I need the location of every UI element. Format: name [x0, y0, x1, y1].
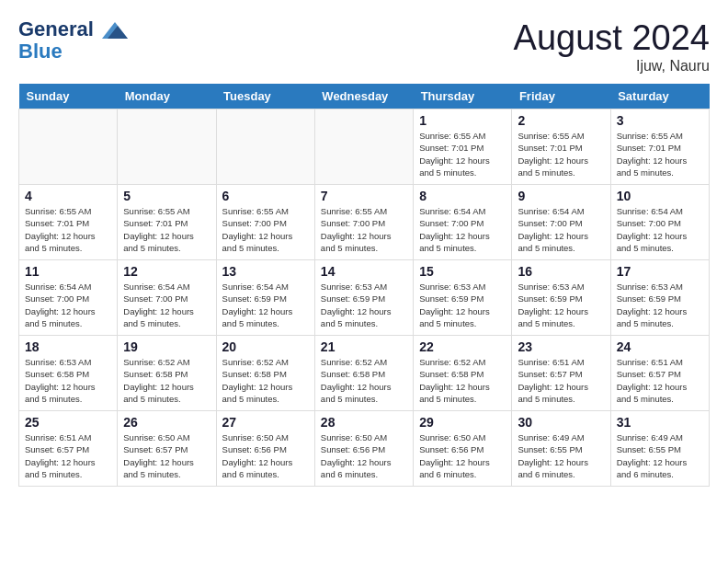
- day-info: Sunrise: 6:52 AM Sunset: 6:58 PM Dayligh…: [123, 356, 210, 405]
- calendar-cell: 15Sunrise: 6:53 AM Sunset: 6:59 PM Dayli…: [414, 260, 512, 336]
- location: Ijuw, Nauru: [514, 58, 710, 75]
- calendar-cell: 23Sunrise: 6:51 AM Sunset: 6:57 PM Dayli…: [512, 336, 610, 411]
- calendar-cell: 4Sunrise: 6:55 AM Sunset: 7:01 PM Daylig…: [19, 185, 118, 260]
- day-info: Sunrise: 6:52 AM Sunset: 6:58 PM Dayligh…: [321, 356, 407, 405]
- weekday-header-tuesday: Tuesday: [216, 84, 314, 109]
- day-number: 2: [518, 113, 604, 128]
- calendar-cell: 28Sunrise: 6:50 AM Sunset: 6:56 PM Dayli…: [314, 411, 413, 487]
- day-number: 4: [25, 189, 111, 203]
- calendar-cell: [216, 109, 314, 185]
- day-number: 15: [419, 264, 506, 279]
- calendar-cell: 1Sunrise: 6:55 AM Sunset: 7:01 PM Daylig…: [414, 109, 512, 185]
- calendar-cell: 24Sunrise: 6:51 AM Sunset: 6:57 PM Dayli…: [610, 336, 709, 411]
- calendar-cell: 7Sunrise: 6:55 AM Sunset: 7:00 PM Daylig…: [314, 185, 413, 260]
- day-info: Sunrise: 6:54 AM Sunset: 7:00 PM Dayligh…: [518, 205, 604, 254]
- calendar-cell: 14Sunrise: 6:53 AM Sunset: 6:59 PM Dayli…: [314, 260, 413, 336]
- day-number: 3: [617, 113, 703, 128]
- day-number: 8: [419, 189, 506, 203]
- day-info: Sunrise: 6:55 AM Sunset: 7:00 PM Dayligh…: [222, 205, 309, 254]
- day-info: Sunrise: 6:53 AM Sunset: 6:59 PM Dayligh…: [321, 281, 407, 329]
- day-number: 27: [222, 415, 309, 430]
- logo-text: General: [18, 18, 128, 40]
- weekday-header-monday: Monday: [118, 84, 216, 109]
- day-number: 18: [25, 339, 111, 354]
- day-info: Sunrise: 6:54 AM Sunset: 7:00 PM Dayligh…: [25, 281, 111, 329]
- day-number: 10: [617, 189, 703, 203]
- logo: General Blue: [18, 18, 128, 63]
- calendar-cell: 18Sunrise: 6:53 AM Sunset: 6:58 PM Dayli…: [19, 336, 118, 411]
- calendar-cell: 19Sunrise: 6:52 AM Sunset: 6:58 PM Dayli…: [118, 336, 216, 411]
- calendar-cell: 10Sunrise: 6:54 AM Sunset: 7:00 PM Dayli…: [610, 185, 709, 260]
- calendar-cell: 5Sunrise: 6:55 AM Sunset: 7:01 PM Daylig…: [118, 185, 216, 260]
- day-info: Sunrise: 6:49 AM Sunset: 6:55 PM Dayligh…: [518, 431, 604, 480]
- day-number: 24: [617, 339, 703, 354]
- day-number: 1: [419, 113, 506, 128]
- day-number: 19: [123, 339, 210, 354]
- day-info: Sunrise: 6:53 AM Sunset: 6:59 PM Dayligh…: [419, 281, 506, 329]
- day-number: 13: [222, 264, 309, 279]
- calendar-cell: 27Sunrise: 6:50 AM Sunset: 6:56 PM Dayli…: [216, 411, 314, 487]
- calendar-cell: 3Sunrise: 6:55 AM Sunset: 7:01 PM Daylig…: [610, 109, 709, 185]
- day-info: Sunrise: 6:55 AM Sunset: 7:00 PM Dayligh…: [321, 205, 407, 254]
- day-info: Sunrise: 6:51 AM Sunset: 6:57 PM Dayligh…: [617, 356, 703, 405]
- title-area: August 2024 Ijuw, Nauru: [514, 18, 710, 75]
- day-info: Sunrise: 6:49 AM Sunset: 6:55 PM Dayligh…: [617, 431, 703, 480]
- calendar-cell: 16Sunrise: 6:53 AM Sunset: 6:59 PM Dayli…: [512, 260, 610, 336]
- day-number: 26: [123, 415, 210, 430]
- day-info: Sunrise: 6:50 AM Sunset: 6:57 PM Dayligh…: [123, 431, 210, 480]
- day-number: 11: [25, 264, 111, 279]
- weekday-header-row: SundayMondayTuesdayWednesdayThursdayFrid…: [19, 84, 710, 109]
- day-number: 23: [518, 339, 604, 354]
- day-number: 17: [617, 264, 703, 279]
- calendar-cell: 2Sunrise: 6:55 AM Sunset: 7:01 PM Daylig…: [512, 109, 610, 185]
- day-info: Sunrise: 6:52 AM Sunset: 6:58 PM Dayligh…: [419, 356, 506, 405]
- page-header: General Blue August 2024 Ijuw, Nauru: [18, 18, 710, 75]
- day-number: 7: [321, 189, 407, 203]
- day-info: Sunrise: 6:54 AM Sunset: 7:00 PM Dayligh…: [419, 205, 506, 254]
- day-number: 31: [617, 415, 703, 430]
- day-info: Sunrise: 6:54 AM Sunset: 7:00 PM Dayligh…: [123, 281, 210, 329]
- day-info: Sunrise: 6:54 AM Sunset: 6:59 PM Dayligh…: [222, 281, 309, 329]
- day-info: Sunrise: 6:50 AM Sunset: 6:56 PM Dayligh…: [321, 431, 407, 480]
- calendar-cell: 17Sunrise: 6:53 AM Sunset: 6:59 PM Dayli…: [610, 260, 709, 336]
- calendar-cell: 11Sunrise: 6:54 AM Sunset: 7:00 PM Dayli…: [19, 260, 118, 336]
- week-row-1: 1Sunrise: 6:55 AM Sunset: 7:01 PM Daylig…: [19, 109, 710, 185]
- day-info: Sunrise: 6:55 AM Sunset: 7:01 PM Dayligh…: [25, 205, 111, 254]
- day-info: Sunrise: 6:55 AM Sunset: 7:01 PM Dayligh…: [617, 130, 703, 178]
- calendar-cell: 9Sunrise: 6:54 AM Sunset: 7:00 PM Daylig…: [512, 185, 610, 260]
- calendar-cell: 22Sunrise: 6:52 AM Sunset: 6:58 PM Dayli…: [414, 336, 512, 411]
- day-info: Sunrise: 6:55 AM Sunset: 7:01 PM Dayligh…: [518, 130, 604, 178]
- day-info: Sunrise: 6:53 AM Sunset: 6:59 PM Dayligh…: [617, 281, 703, 329]
- day-number: 22: [419, 339, 506, 354]
- week-row-2: 4Sunrise: 6:55 AM Sunset: 7:01 PM Daylig…: [19, 185, 710, 260]
- week-row-3: 11Sunrise: 6:54 AM Sunset: 7:00 PM Dayli…: [19, 260, 710, 336]
- day-info: Sunrise: 6:51 AM Sunset: 6:57 PM Dayligh…: [25, 431, 111, 480]
- calendar-cell: [314, 109, 413, 185]
- calendar-cell: 21Sunrise: 6:52 AM Sunset: 6:58 PM Dayli…: [314, 336, 413, 411]
- calendar-cell: 29Sunrise: 6:50 AM Sunset: 6:56 PM Dayli…: [414, 411, 512, 487]
- day-number: 29: [419, 415, 506, 430]
- day-info: Sunrise: 6:51 AM Sunset: 6:57 PM Dayligh…: [518, 356, 604, 405]
- weekday-header-wednesday: Wednesday: [314, 84, 413, 109]
- day-number: 21: [321, 339, 407, 354]
- week-row-5: 25Sunrise: 6:51 AM Sunset: 6:57 PM Dayli…: [19, 411, 710, 487]
- week-row-4: 18Sunrise: 6:53 AM Sunset: 6:58 PM Dayli…: [19, 336, 710, 411]
- day-info: Sunrise: 6:55 AM Sunset: 7:01 PM Dayligh…: [123, 205, 210, 254]
- calendar-cell: 13Sunrise: 6:54 AM Sunset: 6:59 PM Dayli…: [216, 260, 314, 336]
- calendar-cell: 25Sunrise: 6:51 AM Sunset: 6:57 PM Dayli…: [19, 411, 118, 487]
- day-info: Sunrise: 6:50 AM Sunset: 6:56 PM Dayligh…: [222, 431, 309, 480]
- calendar-cell: 6Sunrise: 6:55 AM Sunset: 7:00 PM Daylig…: [216, 185, 314, 260]
- day-number: 16: [518, 264, 604, 279]
- logo-icon: [102, 20, 128, 40]
- weekday-header-thursday: Thursday: [414, 84, 512, 109]
- weekday-header-sunday: Sunday: [19, 84, 118, 109]
- calendar-cell: 20Sunrise: 6:52 AM Sunset: 6:58 PM Dayli…: [216, 336, 314, 411]
- calendar-cell: 8Sunrise: 6:54 AM Sunset: 7:00 PM Daylig…: [414, 185, 512, 260]
- day-number: 9: [518, 189, 604, 203]
- day-info: Sunrise: 6:54 AM Sunset: 7:00 PM Dayligh…: [617, 205, 703, 254]
- day-info: Sunrise: 6:53 AM Sunset: 6:59 PM Dayligh…: [518, 281, 604, 329]
- calendar-table: SundayMondayTuesdayWednesdayThursdayFrid…: [18, 84, 710, 487]
- day-number: 30: [518, 415, 604, 430]
- day-number: 28: [321, 415, 407, 430]
- day-number: 6: [222, 189, 309, 203]
